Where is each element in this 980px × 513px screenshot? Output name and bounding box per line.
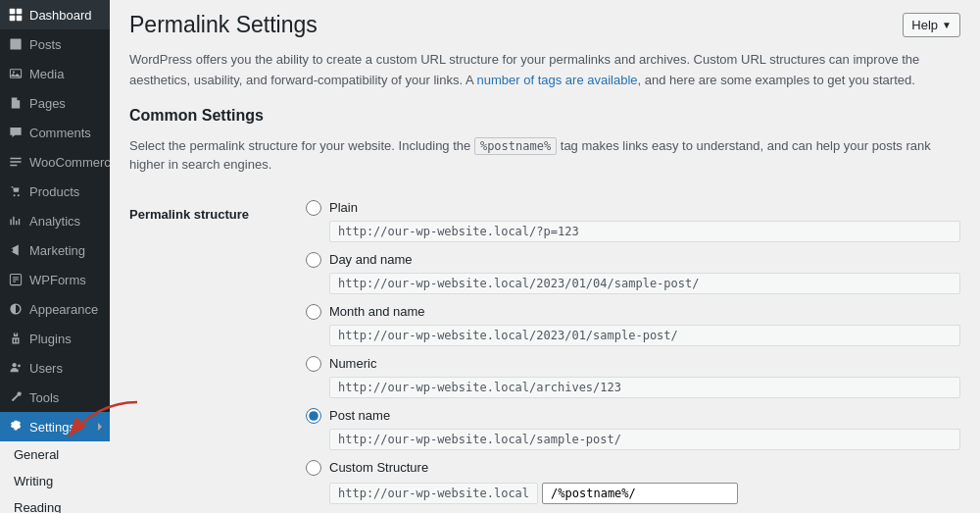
sidebar-item-plugins[interactable]: Plugins <box>0 324 110 353</box>
sidebar-item-label: Analytics <box>29 214 80 229</box>
svg-rect-1 <box>17 9 23 15</box>
plain-url: http://our-wp-website.local/?p=123 <box>329 221 960 242</box>
help-label: Help <box>911 18 938 32</box>
option-custom-label[interactable]: Custom Structure <box>306 460 960 476</box>
sidebar-item-label: Marketing <box>29 243 85 258</box>
settings-icon <box>8 419 24 435</box>
submenu-item-reading[interactable]: Reading <box>0 494 110 513</box>
sidebar-item-comments[interactable]: Comments <box>0 118 110 147</box>
sidebar-item-label: Plugins <box>29 332 72 346</box>
sidebar-item-media[interactable]: Media <box>0 59 110 88</box>
option-numeric-label[interactable]: Numeric <box>306 356 960 372</box>
submenu-item-general[interactable]: General <box>0 441 110 468</box>
sidebar-item-analytics[interactable]: Analytics <box>0 206 110 235</box>
radio-plain[interactable] <box>306 200 321 216</box>
option-post-name: Post name http://our-wp-website.local/sa… <box>306 408 960 450</box>
woocommerce-icon <box>8 154 24 170</box>
permalink-form-table: Permalink structure Plain http://our-wp-… <box>129 190 960 513</box>
sidebar-item-label: Pages <box>29 96 66 111</box>
tools-icon <box>8 389 24 405</box>
svg-point-5 <box>13 72 15 74</box>
posts-icon <box>8 36 24 52</box>
appearance-icon <box>8 301 24 317</box>
permalink-structure-label: Permalink structure <box>129 190 306 513</box>
permalink-options: Plain http://our-wp-website.local/?p=123… <box>306 190 960 513</box>
sidebar-item-label: Products <box>29 184 79 199</box>
option-post-name-label[interactable]: Post name <box>306 408 960 424</box>
option-plain: Plain http://our-wp-website.local/?p=123 <box>306 200 960 242</box>
custom-struct-row: http://our-wp-website.local <box>329 483 960 504</box>
chevron-down-icon: ▼ <box>942 20 952 30</box>
sidebar-item-woocommerce[interactable]: WooCommerce <box>0 147 110 177</box>
numeric-url: http://our-wp-website.local/archives/123 <box>329 377 960 398</box>
permalink-structure-row: Permalink structure Plain http://our-wp-… <box>129 190 960 513</box>
help-button[interactable]: Help ▼ <box>903 13 960 37</box>
sidebar-item-label: Settings <box>29 420 75 435</box>
common-settings-title: Common Settings <box>129 107 960 125</box>
pages-icon <box>8 95 24 111</box>
desc-part1: Select the permalink structure for your … <box>129 138 474 153</box>
main-content: Permalink Settings Help ▼ WordPress offe… <box>110 0 980 513</box>
postname-code: %postname% <box>474 137 557 155</box>
wpforms-icon <box>8 272 24 287</box>
radio-custom[interactable] <box>306 460 321 476</box>
post-name-url: http://our-wp-website.local/sample-post/ <box>329 429 960 450</box>
users-icon <box>8 360 24 376</box>
sidebar-item-label: Media <box>29 67 64 81</box>
sidebar-item-dashboard[interactable]: Dashboard <box>0 0 110 29</box>
radio-post-name[interactable] <box>306 408 321 424</box>
marketing-icon <box>8 242 24 258</box>
dashboard-icon <box>8 7 24 23</box>
media-icon <box>8 66 24 81</box>
radio-month-name[interactable] <box>306 304 321 320</box>
sidebar-item-label: WPForms <box>29 273 86 287</box>
content-area: Permalink Settings Help ▼ WordPress offe… <box>110 0 980 513</box>
sidebar-item-label: Users <box>29 361 63 376</box>
sidebar-item-appearance[interactable]: Appearance <box>0 294 110 324</box>
radio-numeric[interactable] <box>306 356 321 372</box>
svg-rect-3 <box>17 16 23 22</box>
svg-point-6 <box>14 194 16 196</box>
sidebar-item-tools[interactable]: Tools <box>0 383 110 412</box>
plugins-icon <box>8 331 24 346</box>
option-numeric: Numeric http://our-wp-website.local/arch… <box>306 356 960 398</box>
tags-link[interactable]: number of tags are available <box>477 73 638 87</box>
page-description: WordPress offers you the ability to crea… <box>129 50 960 91</box>
settings-submenu: General Writing Reading Discussion Media… <box>0 441 110 513</box>
sidebar-item-products[interactable]: Products <box>0 177 110 206</box>
radio-day-name[interactable] <box>306 252 321 268</box>
sidebar-item-wpforms[interactable]: WPForms <box>0 265 110 294</box>
submenu-item-writing[interactable]: Writing <box>0 468 110 494</box>
products-icon <box>8 183 24 199</box>
option-custom: Custom Structure http://our-wp-website.l… <box>306 460 960 513</box>
sidebar-item-pages[interactable]: Pages <box>0 88 110 118</box>
custom-base-url: http://our-wp-website.local <box>329 483 538 504</box>
desc-text2: , and here are some examples to get you … <box>638 73 915 87</box>
sidebar-item-users[interactable]: Users <box>0 353 110 383</box>
svg-rect-2 <box>10 16 16 22</box>
svg-point-7 <box>18 194 20 196</box>
option-day-name-label[interactable]: Day and name <box>306 252 960 268</box>
page-header: Permalink Settings Help ▼ <box>129 12 960 38</box>
option-day-name: Day and name http://our-wp-website.local… <box>306 252 960 294</box>
common-settings-desc: Select the permalink structure for your … <box>129 136 960 175</box>
sidebar-item-label: Dashboard <box>29 8 92 23</box>
option-month-name-label[interactable]: Month and name <box>306 304 960 320</box>
sidebar-item-label: Comments <box>29 126 91 140</box>
page-title: Permalink Settings <box>129 12 318 38</box>
svg-point-12 <box>13 363 17 367</box>
sidebar-item-posts[interactable]: Posts <box>0 29 110 59</box>
option-plain-label[interactable]: Plain <box>306 200 960 216</box>
sidebar-item-label: Appearance <box>29 302 98 317</box>
sidebar-item-label: Posts <box>29 37 62 52</box>
sidebar-item-marketing[interactable]: Marketing <box>0 235 110 265</box>
month-name-url: http://our-wp-website.local/2023/01/samp… <box>329 325 960 346</box>
sidebar-item-label: Tools <box>29 390 59 405</box>
sidebar: Dashboard Posts Media Pages Comments Woo… <box>0 0 110 513</box>
sidebar-item-settings[interactable]: Settings <box>0 412 110 441</box>
day-name-url: http://our-wp-website.local/2023/01/04/s… <box>329 273 960 294</box>
custom-struct-input[interactable] <box>542 483 738 504</box>
analytics-icon <box>8 213 24 229</box>
sidebar-item-label: WooCommerce <box>29 155 110 170</box>
svg-rect-0 <box>10 9 16 15</box>
